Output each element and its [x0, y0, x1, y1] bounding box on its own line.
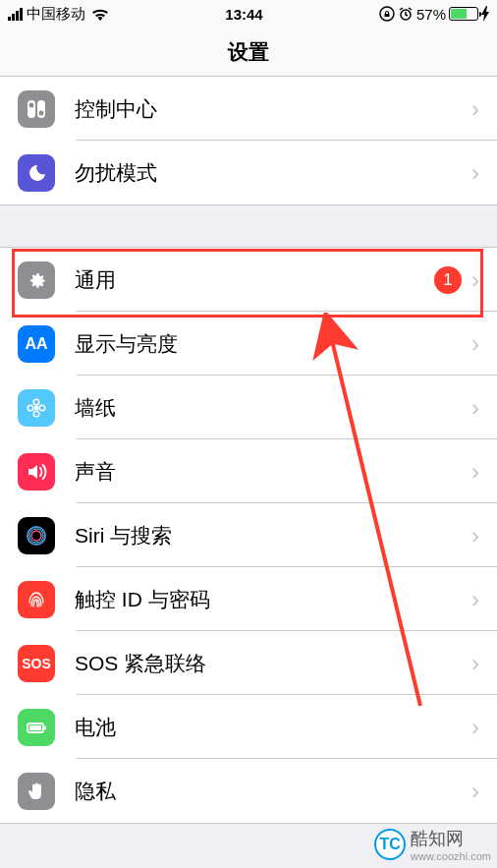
row-label: 隐私	[75, 778, 471, 805]
row-general[interactable]: 通用 1 ›	[0, 248, 497, 312]
svg-point-3	[29, 102, 34, 107]
status-right: 57%	[379, 6, 489, 23]
charging-icon	[481, 6, 489, 22]
svg-point-10	[39, 405, 45, 411]
group-gap	[0, 205, 497, 247]
row-label: 触控 ID 与密码	[75, 586, 471, 613]
status-left: 中国移动	[8, 5, 109, 24]
chevron-right-icon: ›	[471, 458, 479, 486]
row-battery[interactable]: 电池 ›	[0, 695, 497, 759]
row-label: Siri 与搜索	[75, 522, 471, 550]
wifi-icon	[91, 8, 109, 21]
fingerprint-icon	[18, 581, 55, 618]
watermark-logo: TC	[374, 829, 406, 860]
row-label: SOS 紧急联络	[75, 650, 471, 677]
status-time: 13:44	[225, 6, 262, 23]
svg-point-6	[34, 405, 39, 410]
row-label: 控制中心	[75, 95, 471, 123]
chevron-right-icon: ›	[471, 95, 479, 123]
nav-header: 设置	[0, 28, 497, 77]
moon-icon	[18, 154, 55, 192]
row-privacy[interactable]: 隐私 ›	[0, 759, 497, 823]
row-sos[interactable]: SOS SOS 紧急联络 ›	[0, 631, 497, 695]
svg-point-5	[39, 110, 44, 115]
watermark: TC 酷知网 www.coozhi.com	[374, 827, 491, 862]
row-label: 勿扰模式	[75, 159, 471, 187]
hand-icon	[18, 773, 55, 810]
watermark-name: 酷知网	[411, 827, 491, 850]
row-label: 显示与亮度	[75, 330, 471, 358]
row-display-brightness[interactable]: AA 显示与亮度 ›	[0, 312, 497, 376]
control-center-icon	[18, 90, 55, 128]
siri-icon	[18, 517, 55, 554]
battery-percentage: 57%	[416, 6, 446, 23]
page-title: 设置	[228, 38, 269, 66]
svg-point-9	[28, 405, 33, 411]
settings-group-1: 控制中心 › 勿扰模式 ›	[0, 77, 497, 205]
row-control-center[interactable]: 控制中心 ›	[0, 77, 497, 141]
svg-rect-16	[44, 725, 46, 729]
row-wallpaper[interactable]: 墙纸 ›	[0, 376, 497, 439]
svg-point-11	[28, 527, 45, 545]
lock-rotation-icon	[379, 6, 395, 22]
notification-badge: 1	[434, 266, 462, 294]
status-bar: 中国移动 13:44 57%	[0, 0, 497, 28]
row-label: 通用	[75, 266, 434, 294]
chevron-right-icon: ›	[471, 586, 479, 613]
watermark-url: www.coozhi.com	[411, 850, 491, 862]
row-label: 电池	[75, 714, 471, 741]
svg-point-7	[33, 399, 39, 405]
settings-group-2: 通用 1 › AA 显示与亮度 › 墙纸 › 声音 › Siri 与搜索 › 触…	[0, 247, 497, 824]
alarm-icon	[398, 6, 414, 22]
row-sound[interactable]: 声音 ›	[0, 439, 497, 503]
chevron-right-icon: ›	[471, 522, 479, 550]
flower-icon	[18, 389, 55, 427]
chevron-right-icon: ›	[471, 330, 479, 358]
svg-point-12	[31, 531, 41, 541]
chevron-right-icon: ›	[471, 714, 479, 741]
chevron-right-icon: ›	[471, 394, 479, 422]
svg-point-8	[33, 411, 39, 417]
signal-icon	[8, 8, 23, 21]
chevron-right-icon: ›	[471, 650, 479, 677]
svg-rect-15	[29, 725, 41, 730]
row-label: 墙纸	[75, 394, 471, 422]
chevron-right-icon: ›	[471, 159, 479, 187]
battery-setting-icon	[18, 709, 55, 746]
row-label: 声音	[75, 458, 471, 486]
sos-icon: SOS	[18, 645, 55, 682]
gear-icon	[18, 261, 55, 299]
chevron-right-icon: ›	[471, 266, 479, 294]
text-size-icon: AA	[18, 325, 55, 363]
chevron-right-icon: ›	[471, 778, 479, 805]
battery-icon	[449, 7, 478, 21]
row-touch-id[interactable]: 触控 ID 与密码 ›	[0, 567, 497, 631]
row-do-not-disturb[interactable]: 勿扰模式 ›	[0, 141, 497, 204]
carrier-label: 中国移动	[27, 5, 85, 24]
row-siri-search[interactable]: Siri 与搜索 ›	[0, 503, 497, 567]
speaker-icon	[18, 453, 55, 491]
